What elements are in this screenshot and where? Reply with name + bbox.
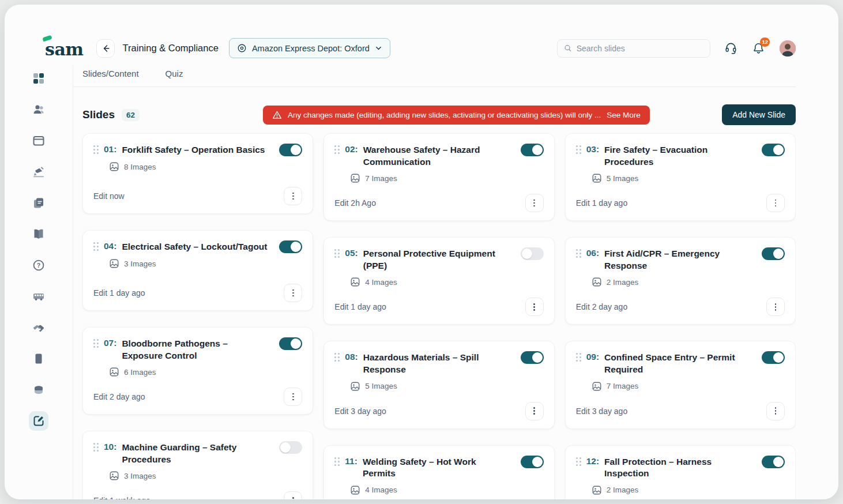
slide-edit-time: Edit 2 day ago	[576, 302, 628, 311]
slide-active-toggle[interactable]	[279, 240, 302, 253]
tab-quiz[interactable]: Quiz	[165, 69, 183, 78]
drag-handle[interactable]	[93, 337, 99, 348]
slide-active-toggle[interactable]	[279, 441, 302, 454]
tab-slides-content[interactable]: Slides/Content	[82, 69, 139, 78]
drag-handle[interactable]	[93, 144, 99, 154]
slides-content: Slides 62 Any changes made (editing, add…	[73, 87, 796, 499]
slide-active-toggle[interactable]	[521, 456, 544, 468]
drag-handle[interactable]	[334, 247, 340, 258]
phone-icon	[32, 352, 46, 366]
slide-edit-time: Edit 2h Ago	[334, 198, 376, 208]
slide-active-toggle[interactable]	[521, 351, 544, 364]
drag-handle[interactable]	[576, 456, 581, 466]
location-dropdown[interactable]: Amazon Express Depot: Oxford	[229, 38, 390, 58]
sidebar-item-phone[interactable]	[29, 349, 48, 368]
sidebar-item-help[interactable]: ?	[29, 255, 48, 275]
see-more-link[interactable]: See More	[607, 111, 641, 119]
sidebar-item-documents[interactable]	[29, 193, 48, 213]
kebab-icon	[775, 303, 777, 311]
sidebar-item-book[interactable]	[29, 224, 48, 244]
slide-menu-button[interactable]	[766, 402, 785, 420]
sidebar-item-database[interactable]	[29, 380, 48, 400]
sidebar-item-pen[interactable]	[29, 162, 48, 182]
slide-menu-button[interactable]	[525, 298, 544, 316]
drag-handle[interactable]	[93, 240, 99, 251]
slide-number: 11:	[345, 456, 357, 467]
slide-active-toggle[interactable]	[762, 456, 785, 468]
calendar-icon	[32, 134, 46, 148]
slide-title: Machine Guarding – Safety Procedures	[122, 441, 269, 465]
bus-icon	[32, 289, 46, 303]
add-new-slide-button[interactable]: Add New Slide	[722, 104, 796, 125]
slide-menu-button[interactable]	[284, 388, 302, 406]
slide-title: Personal Protective Equipment (PPE)	[363, 247, 511, 272]
user-avatar[interactable]	[780, 40, 796, 57]
image-icon	[592, 277, 602, 287]
slide-card: 07: Bloodborne Pathogens – Exposure Cont…	[82, 327, 313, 415]
edit-square-icon	[32, 414, 46, 428]
sidebar-item-handshake[interactable]	[29, 318, 48, 337]
slide-menu-button[interactable]	[284, 284, 302, 302]
slide-image-count: 5 Images	[607, 174, 639, 183]
image-icon	[109, 471, 119, 481]
sidebar-item-calendar[interactable]	[29, 131, 48, 151]
slide-active-toggle[interactable]	[762, 351, 785, 364]
app-header: sam Training & Compliance Amazon Express…	[5, 5, 838, 58]
slides-grid: 01: Forklift Safety – Operation Basics 8…	[82, 133, 796, 499]
slide-title: Bloodborne Pathogens – Exposure Control	[122, 337, 269, 362]
slide-image-count: 7 Images	[607, 382, 639, 390]
search-box[interactable]	[557, 39, 710, 58]
search-input[interactable]	[577, 44, 703, 53]
slide-edit-time: Edit 1 day ago	[576, 198, 628, 208]
handshake-icon	[32, 321, 46, 334]
slide-title: Warehouse Safety – Hazard Communication	[363, 144, 511, 168]
slide-edit-time: Edit 1 wekk ago	[93, 496, 150, 499]
drag-handle[interactable]	[576, 144, 581, 154]
drag-handle[interactable]	[334, 456, 340, 466]
slides-heading: Slides	[82, 108, 115, 121]
slide-menu-button[interactable]	[766, 298, 785, 316]
image-icon	[592, 485, 602, 495]
image-icon	[592, 173, 602, 183]
slide-active-toggle[interactable]	[521, 144, 544, 156]
tabs-row: Slides/Content Quiz	[73, 65, 796, 86]
kebab-icon	[292, 393, 294, 401]
image-icon	[109, 258, 119, 269]
drag-handle[interactable]	[576, 247, 581, 258]
slide-active-toggle[interactable]	[762, 247, 785, 260]
sidebar-item-bus[interactable]	[29, 287, 48, 306]
slide-edit-time: Edit 1 day ago	[93, 288, 145, 298]
slide-active-toggle[interactable]	[279, 337, 302, 350]
slide-menu-button[interactable]	[766, 194, 785, 212]
back-button[interactable]	[96, 39, 115, 58]
slide-menu-button[interactable]	[284, 187, 302, 205]
slide-image-count: 6 Images	[124, 368, 156, 377]
sidebar-item-slide-editor[interactable]	[29, 411, 48, 431]
support-headset-button[interactable]	[723, 41, 738, 56]
sidebar-item-dashboard[interactable]	[29, 69, 48, 88]
slide-active-toggle[interactable]	[762, 144, 785, 156]
drag-handle[interactable]	[334, 144, 340, 154]
image-icon	[592, 381, 602, 392]
slide-menu-button[interactable]	[284, 491, 302, 499]
slide-active-toggle[interactable]	[279, 144, 302, 156]
kebab-icon	[775, 200, 777, 207]
avatar-image	[780, 40, 796, 57]
slide-number: 07:	[104, 337, 116, 348]
slide-active-toggle[interactable]	[521, 247, 544, 260]
notifications-button[interactable]: 12	[751, 41, 766, 56]
slide-number: 03:	[586, 144, 599, 155]
slide-card: 09: Confined Space Entry – Permit Requir…	[565, 341, 796, 428]
kebab-icon	[292, 193, 294, 200]
drag-handle[interactable]	[93, 441, 99, 452]
slide-edit-time: Edit 2 day ago	[93, 392, 145, 401]
slide-menu-button[interactable]	[525, 402, 544, 420]
drag-handle[interactable]	[334, 351, 340, 362]
slide-edit-time: Edit 3 day ago	[576, 407, 628, 416]
slides-column-2: 02: Warehouse Safety – Hazard Communicat…	[323, 133, 554, 499]
sidebar-item-users[interactable]	[29, 100, 48, 119]
slide-card: 10: Machine Guarding – Safety Procedures…	[82, 431, 313, 499]
slide-card: 11: Welding Safety – Hot Work Permits 4 …	[323, 445, 554, 499]
drag-handle[interactable]	[576, 351, 581, 362]
slide-menu-button[interactable]	[525, 194, 544, 212]
